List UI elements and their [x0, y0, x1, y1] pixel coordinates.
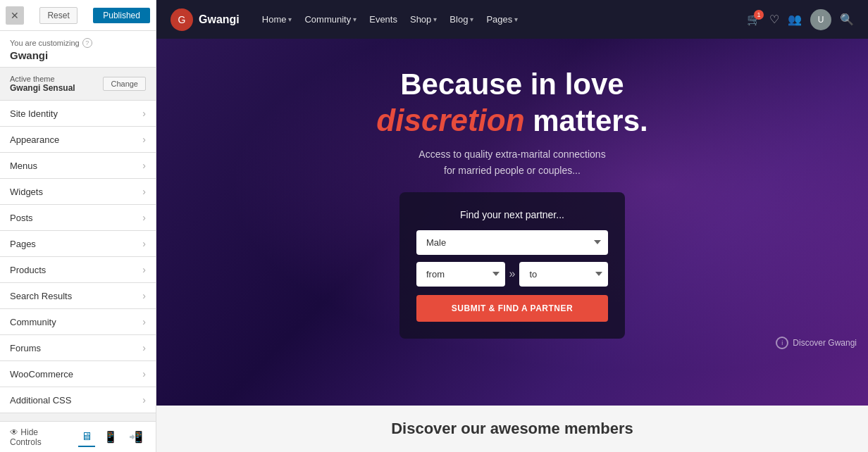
nav-link-shop[interactable]: Shop ▾ [410, 14, 437, 25]
preview-icons: 🖥 📱 📲 [78, 427, 146, 447]
nav-link-home[interactable]: Home ▾ [262, 14, 292, 25]
menu-item-site-identity[interactable]: Site Identity› [0, 101, 156, 127]
cart-icon-button[interactable]: 🛒 1 [747, 13, 761, 26]
chevron-right-icon: › [142, 316, 146, 327]
nav-link-blog[interactable]: Blog ▾ [450, 14, 473, 25]
home-dd-arrow: ▾ [288, 15, 292, 23]
panel-info: You are customizing ? Gwangi [0, 31, 156, 68]
shop-dd-arrow: ▾ [433, 15, 437, 23]
menu-item-pages[interactable]: Pages› [0, 231, 156, 257]
chevron-right-icon: › [142, 238, 146, 249]
members-icon-button[interactable]: 👥 [788, 13, 802, 26]
customizing-label: You are customizing ? [10, 38, 146, 48]
customizer-panel: ✕ Reset Published You are customizing ? … [0, 0, 156, 452]
change-theme-button[interactable]: Change [103, 77, 146, 91]
pages-dd-arrow: ▾ [514, 15, 518, 23]
panel-header: ✕ Reset Published [0, 0, 156, 31]
heart-icon-button[interactable]: ♡ [769, 13, 779, 26]
gender-select[interactable]: Male Female Any [416, 230, 608, 255]
menu-item-products[interactable]: Products› [0, 257, 156, 283]
hero-content: Because in love discretion matters. Acce… [376, 67, 647, 178]
search-box: Find your next partner... Male Female An… [399, 192, 625, 339]
age-arrow-icon: » [509, 268, 516, 280]
discover-badge-label: Discover Gwangi [793, 338, 857, 348]
panel-footer: 👁 Hide Controls 🖥 📱 📲 [0, 421, 156, 452]
nav-link-events[interactable]: Events [369, 14, 397, 25]
age-row: from » to [416, 262, 608, 287]
menu-item-widgets[interactable]: Widgets› [0, 179, 156, 205]
hero-subtitle: Access to quality extra-marital connecti… [376, 146, 647, 178]
blog-dd-arrow: ▾ [470, 15, 473, 23]
discover-members-title: Discover our awesome members [170, 420, 854, 438]
age-from-select[interactable]: from [416, 262, 505, 287]
discover-circle-icon: i [776, 337, 788, 349]
community-dd-arrow: ▾ [353, 15, 356, 23]
chevron-right-icon: › [142, 160, 146, 171]
menu-item-appearance[interactable]: Appearance› [0, 127, 156, 153]
info-icon[interactable]: ? [82, 38, 92, 48]
menu-item-menus[interactable]: Menus› [0, 153, 156, 179]
hero-title-line1: Because in love [376, 67, 647, 102]
chevron-right-icon: › [142, 290, 146, 301]
search-box-title: Find your next partner... [416, 209, 608, 220]
site-logo: G Gwangi [170, 8, 240, 31]
chevron-right-icon: › [142, 212, 146, 223]
hero-title-italic: discretion [376, 103, 524, 137]
below-hero: Discover our awesome members [156, 406, 868, 452]
menu-list: Site Identity›Appearance›Menus›Widgets›P… [0, 101, 156, 421]
reset-button[interactable]: Reset [39, 7, 77, 24]
logo-icon: G [170, 8, 193, 31]
mobile-preview-button[interactable]: 📲 [126, 427, 146, 447]
hero-subtitle-line1: Access to quality extra-marital connecti… [376, 146, 647, 162]
chevron-right-icon: › [142, 264, 146, 275]
hero-section: Because in love discretion matters. Acce… [156, 39, 868, 406]
menu-item-community[interactable]: Community› [0, 309, 156, 335]
menu-item-forums[interactable]: Forums› [0, 335, 156, 361]
menu-item-woocommerce[interactable]: WooCommerce› [0, 361, 156, 387]
age-to-select[interactable]: to [519, 262, 608, 287]
site-nav: G Gwangi Home ▾ Community ▾ Events Shop … [156, 0, 868, 39]
hero-title-end: matters. [525, 104, 648, 137]
site-name: Gwangi [10, 49, 146, 61]
menu-item-search-results[interactable]: Search Results› [0, 283, 156, 309]
search-icon-button[interactable]: 🔍 [840, 13, 854, 26]
user-avatar[interactable]: U [810, 9, 831, 30]
hero-title-line2: discretion matters. [376, 102, 647, 139]
desktop-preview-button[interactable]: 🖥 [78, 427, 95, 447]
chevron-right-icon: › [142, 342, 146, 353]
theme-name: Gwangi Sensual [10, 83, 75, 93]
chevron-right-icon: › [142, 134, 146, 145]
main-area: G Gwangi Home ▾ Community ▾ Events Shop … [156, 0, 868, 452]
hero-subtitle-line2: for married people or couples... [376, 163, 647, 178]
submit-button[interactable]: SUBMIT & FIND A PARTNER [416, 295, 608, 322]
theme-section: Active theme Gwangi Sensual Change [0, 68, 156, 101]
nav-right: 🛒 1 ♡ 👥 U 🔍 [747, 9, 854, 30]
chevron-right-icon: › [142, 394, 146, 406]
logo-text: Gwangi [199, 13, 240, 26]
menu-item-posts[interactable]: Posts› [0, 205, 156, 231]
menu-item-additional-css[interactable]: Additional CSS› [0, 387, 156, 413]
cart-badge: 1 [754, 10, 764, 20]
hero-title: Because in love discretion matters. [376, 67, 647, 139]
hide-controls-button[interactable]: 👁 Hide Controls [10, 427, 70, 447]
active-theme-label: Active theme [10, 75, 75, 83]
discover-badge: i Discover Gwangi [776, 337, 857, 349]
close-button[interactable]: ✕ [6, 6, 24, 25]
eye-icon: 👁 [10, 427, 18, 437]
chevron-right-icon: › [142, 368, 146, 379]
chevron-right-icon: › [142, 186, 146, 197]
chevron-right-icon: › [142, 108, 146, 119]
tablet-preview-button[interactable]: 📱 [101, 427, 120, 447]
published-button[interactable]: Published [93, 8, 150, 23]
nav-link-community[interactable]: Community ▾ [304, 14, 356, 25]
nav-link-pages[interactable]: Pages ▾ [486, 14, 518, 25]
nav-links: Home ▾ Community ▾ Events Shop ▾ Blog ▾ … [262, 14, 736, 25]
